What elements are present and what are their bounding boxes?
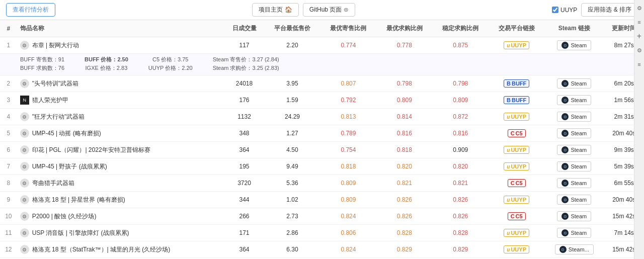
item-icon: ⚙: [20, 195, 29, 204]
item-icon: ⚙: [20, 162, 29, 171]
row-best-buy: 0.809: [376, 92, 432, 109]
analyze-button[interactable]: 查看行情分析: [6, 3, 55, 17]
platform-badge-uuyp[interactable]: u UUYP: [504, 41, 529, 49]
row-name: ⚙ 印花 | PGL（闪耀）| 2022年安特卫普锦标赛: [17, 142, 224, 158]
steam-button[interactable]: ⊙ Steam: [557, 40, 591, 50]
row-min-price: 24.29: [264, 109, 320, 125]
platform-badge-uuyp[interactable]: u UUYP: [504, 229, 529, 237]
platform-badge-uuyp[interactable]: u UUYP: [504, 245, 529, 253]
row-best-sell: 0.809: [320, 175, 376, 192]
row-platform[interactable]: u UUYP: [489, 241, 544, 258]
table-row: 4 ⚙ "狂牙大行动"武器箱 1132 24.29 0.813 0.814 0.…: [0, 109, 644, 125]
item-name-text: "狂牙大行动"武器箱: [32, 113, 85, 121]
row-steam[interactable]: ⊙ Steam: [544, 208, 604, 225]
row-best-sell: 0.789: [320, 125, 376, 142]
steam-button[interactable]: ⊙ Steam: [557, 161, 591, 171]
row-platform[interactable]: u UUYP: [489, 109, 544, 125]
row-steam[interactable]: ⊙ Steam...: [544, 241, 604, 258]
row-stable-buy: 0.872: [433, 109, 489, 125]
sidebar-icon-2[interactable]: ≡: [635, 18, 643, 26]
row-volume: 195: [224, 158, 265, 175]
col-volume: 日成交量: [224, 20, 265, 37]
platform-badge-c5[interactable]: C C5: [508, 129, 526, 137]
row-name: ⚙ 弯曲猎手武器箱: [17, 175, 224, 192]
row-stable-buy: 0.909: [433, 142, 489, 158]
platform-badge-uuyp[interactable]: u UUYP: [504, 113, 529, 121]
col-min-price: 平台最低售价: [264, 20, 320, 37]
item-icon: ⚙: [20, 79, 29, 88]
uuyp-checkbox[interactable]: [552, 7, 558, 13]
row-platform[interactable]: u UUYP: [489, 37, 544, 54]
platform-badge-c5[interactable]: C C5: [508, 179, 526, 187]
row-steam[interactable]: ⊙ Steam: [544, 192, 604, 208]
item-icon: ⚙: [20, 179, 29, 188]
row-steam[interactable]: ⊙ Steam: [544, 225, 604, 241]
sidebar-icon-plus[interactable]: +: [635, 32, 643, 40]
row-min-price: 5.36: [264, 175, 320, 192]
row-volume: 1132: [224, 109, 265, 125]
steam-button[interactable]: ⊙ Steam: [557, 78, 591, 89]
row-steam[interactable]: ⊙ Steam: [544, 158, 604, 175]
platform-badge-uuyp[interactable]: u UUYP: [504, 196, 529, 204]
table-row: 3 N 猎人荣光护甲 176 1.59 0.792 0.809 0.809 B …: [0, 92, 644, 109]
row-stable-buy: 0.826: [433, 192, 489, 208]
row-best-buy: 0.826: [376, 192, 432, 208]
row-best-sell: 0.807: [320, 75, 376, 92]
platform-badge-uuyp[interactable]: u UUYP: [504, 162, 529, 170]
row-best-sell: 0.792: [320, 92, 376, 109]
top-bar-left: 查看行情分析: [6, 3, 55, 17]
row-platform[interactable]: B BUFF: [489, 92, 544, 109]
row-platform[interactable]: u UUYP: [489, 192, 544, 208]
steam-button[interactable]: ⊙ Steam: [557, 195, 591, 205]
row-steam[interactable]: ⊙ Steam: [544, 37, 604, 54]
row-volume: 266: [224, 208, 265, 225]
row-platform[interactable]: B BUFF: [489, 75, 544, 92]
item-name-text: 格洛克 18 型 | 异星世界 (略有磨损): [32, 196, 125, 204]
row-platform[interactable]: u UUYP: [489, 158, 544, 175]
row-platform[interactable]: C C5: [489, 208, 544, 225]
sidebar-icon-3[interactable]: ⚙: [635, 46, 643, 54]
row-steam[interactable]: ⊙ Steam: [544, 75, 604, 92]
row-platform[interactable]: u UUYP: [489, 142, 544, 158]
platform-badge-c5[interactable]: C C5: [508, 212, 526, 220]
home-button[interactable]: 项目主页 🏠: [252, 3, 298, 17]
steam-button[interactable]: ⊙ Steam...: [555, 244, 594, 254]
row-num: 3: [0, 92, 17, 109]
steam-button[interactable]: ⊙ Steam: [557, 228, 591, 238]
row-steam[interactable]: ⊙ Steam: [544, 142, 604, 158]
item-icon: ⚙: [20, 129, 29, 138]
row-name: ⚙ UMP-45 | 野孩子 (战痕累累): [17, 158, 224, 175]
row-platform[interactable]: C C5: [489, 175, 544, 192]
row-steam[interactable]: ⊙ Steam: [544, 125, 604, 142]
steam-button[interactable]: ⊙ Steam: [557, 178, 591, 188]
platform-badge-buff[interactable]: B BUFF: [504, 96, 529, 104]
github-button[interactable]: GitHub 页面 ⊙: [303, 3, 355, 17]
col-steam: Steam 链接: [544, 20, 604, 37]
steam-button[interactable]: ⊙ Steam: [557, 145, 591, 155]
steam-button[interactable]: ⊙ Steam: [557, 128, 591, 138]
row-platform[interactable]: u UUYP: [489, 225, 544, 241]
row-platform[interactable]: C C5: [489, 125, 544, 142]
row-volume: 3720: [224, 175, 265, 192]
row-steam[interactable]: ⊙ Steam: [544, 92, 604, 109]
steam-button[interactable]: ⊙ Steam: [557, 211, 591, 221]
row-name: ⚙ "狂牙大行动"武器箱: [17, 109, 224, 125]
sidebar-icon-1[interactable]: ⚙: [635, 4, 643, 12]
row-min-price: 9.49: [264, 158, 320, 175]
row-steam[interactable]: ⊙ Steam: [544, 175, 604, 192]
row-volume: 24018: [224, 75, 265, 92]
expand-row: BUFF 寄售数：91 BUFF 求购数：76 BUFF 价格：2.50 IGX…: [0, 54, 644, 75]
sidebar-icon-4[interactable]: ≡: [635, 60, 643, 68]
c5-price: C5 价格：3.75: [148, 56, 193, 63]
platform-badge-buff[interactable]: B BUFF: [504, 79, 529, 88]
row-min-price: 2.73: [264, 208, 320, 225]
steam-button[interactable]: ⊙ Steam: [557, 112, 591, 122]
row-stable-buy: 0.821: [433, 175, 489, 192]
row-steam[interactable]: ⊙ Steam: [544, 109, 604, 125]
platform-badge-uuyp[interactable]: u UUYP: [504, 146, 529, 154]
filter-button[interactable]: 应用筛选 & 排序: [581, 3, 638, 17]
row-name: ⚙ P2000 | 酸蚀 (久经沙场): [17, 208, 224, 225]
steam-button[interactable]: ⊙ Steam: [557, 95, 591, 105]
expand-steam-col: Steam 寄售价：3.27 (2.84) Steam 求购价：3.25 (2.…: [213, 56, 279, 72]
row-best-buy: 0.820: [376, 158, 432, 175]
